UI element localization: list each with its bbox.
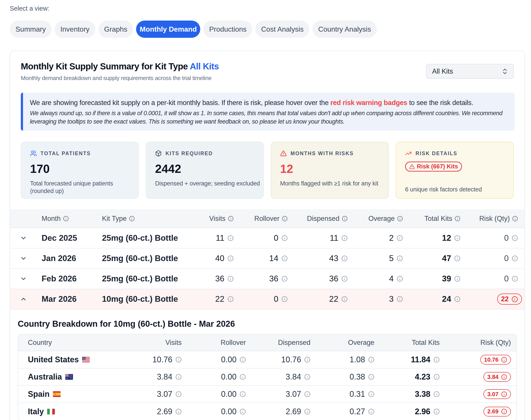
- info-icon[interactable]: [227, 296, 234, 302]
- info-icon[interactable]: [512, 216, 518, 222]
- table-row-jan-2026[interactable]: Jan 2026 25mg (60-ct.) Bottle 40 14 43 5…: [10, 248, 525, 269]
- info-icon[interactable]: [129, 216, 135, 222]
- risk-qty-badge[interactable]: 3.84: [484, 372, 511, 382]
- cell-risk-qty: 10.76: [440, 355, 517, 364]
- info-icon[interactable]: [512, 235, 518, 241]
- info-icon[interactable]: [512, 296, 518, 302]
- info-icon[interactable]: [63, 216, 69, 222]
- info-icon[interactable]: [368, 374, 374, 380]
- tab-productions[interactable]: Productions: [203, 21, 252, 38]
- info-icon[interactable]: [341, 296, 348, 302]
- info-icon[interactable]: [304, 357, 311, 363]
- info-icon[interactable]: [175, 374, 182, 380]
- info-icon[interactable]: [240, 391, 246, 397]
- country-row-italy[interactable]: Italy 2.69 0.00 2.69 0.27 2.96 2.69: [18, 403, 517, 420]
- info-icon[interactable]: [433, 357, 440, 363]
- risk-kits-badge[interactable]: Risk (667) Kits: [405, 162, 462, 172]
- chevron-down-icon[interactable]: [20, 255, 27, 262]
- table-row-dec-2025[interactable]: Dec 2025 25mg (60-ct.) Bottle 11 0 11 2 …: [10, 228, 525, 248]
- chevron-up-icon[interactable]: [20, 296, 27, 303]
- info-icon[interactable]: [454, 255, 460, 261]
- info-icon[interactable]: [304, 374, 311, 380]
- stat-desc: Total forecasted unique patients (rounde…: [30, 180, 135, 195]
- country-row-australia[interactable]: Australia 3.84 0.00 3.84 0.38 4.23 3.84: [18, 368, 517, 386]
- info-icon[interactable]: [281, 296, 288, 302]
- cell-dispensed: 3.84: [246, 372, 311, 382]
- cell-value: 3: [389, 294, 394, 304]
- table-row-mar-2026[interactable]: Mar 2026 10mg (60-ct.) Bottle 22 0 22 3 …: [10, 289, 525, 309]
- table-row-feb-2026[interactable]: Feb 2026 25mg (60-ct.) Bottle 36 36 36 4…: [10, 269, 525, 289]
- info-icon[interactable]: [397, 216, 403, 222]
- trending-up-icon: [405, 150, 412, 157]
- info-icon[interactable]: [397, 255, 403, 261]
- tab-graphs[interactable]: Graphs: [98, 21, 133, 38]
- info-icon[interactable]: [281, 235, 288, 241]
- info-icon[interactable]: [501, 408, 507, 415]
- risk-qty-badge[interactable]: 10.76: [480, 355, 511, 364]
- info-icon[interactable]: [501, 357, 507, 363]
- tab-inventory[interactable]: Inventory: [55, 21, 95, 38]
- info-icon[interactable]: [397, 276, 403, 282]
- info-icon[interactable]: [304, 408, 311, 415]
- info-icon[interactable]: [368, 357, 374, 363]
- chevron-down-icon[interactable]: [20, 235, 27, 242]
- stat-value: 2442: [155, 163, 260, 175]
- info-icon[interactable]: [397, 235, 403, 241]
- cell-overage: 2: [348, 233, 403, 243]
- info-icon[interactable]: [433, 374, 440, 380]
- info-icon[interactable]: [281, 255, 288, 261]
- info-icon[interactable]: [433, 391, 440, 397]
- info-icon[interactable]: [227, 255, 234, 261]
- info-icon[interactable]: [368, 408, 374, 415]
- country-name: Italy: [28, 407, 44, 416]
- info-icon[interactable]: [227, 235, 234, 241]
- risk-qty-badge[interactable]: 3.07: [484, 389, 511, 399]
- info-icon[interactable]: [455, 216, 460, 222]
- info-icon[interactable]: [240, 374, 246, 380]
- cell-value: 0: [504, 274, 509, 283]
- info-icon[interactable]: [368, 391, 374, 397]
- callout-line1-before: We are showing forecasted kit supply on …: [30, 99, 330, 106]
- chevron-down-icon[interactable]: [20, 275, 27, 282]
- country-row-united-states[interactable]: United States 10.76 0.00 10.76 1.08 11.8…: [18, 351, 517, 368]
- risk-qty-badge[interactable]: 22: [497, 294, 522, 305]
- tab-cost-analysis[interactable]: Cost Analysis: [255, 21, 309, 38]
- info-icon[interactable]: [454, 276, 460, 282]
- monthly-demand-table: Month Kit Type Visits Rollover Dispensed…: [10, 209, 525, 310]
- info-icon[interactable]: [342, 216, 348, 222]
- info-icon[interactable]: [304, 391, 311, 397]
- info-icon[interactable]: [282, 216, 288, 222]
- info-icon[interactable]: [341, 235, 348, 241]
- info-icon[interactable]: [228, 216, 234, 222]
- country-row-spain[interactable]: Spain 3.07 0.00 3.07 0.31 3.38 3.07: [18, 386, 517, 403]
- stat-desc: Months flagged with ≥1 risk for any kit: [280, 180, 385, 187]
- info-icon[interactable]: [341, 276, 348, 282]
- info-icon[interactable]: [240, 357, 246, 363]
- tab-country-analysis[interactable]: Country Analysis: [312, 21, 376, 38]
- info-icon[interactable]: [227, 276, 234, 282]
- info-icon[interactable]: [512, 255, 518, 261]
- info-icon[interactable]: [341, 255, 348, 261]
- info-icon[interactable]: [175, 357, 182, 363]
- info-icon[interactable]: [281, 276, 288, 282]
- info-icon[interactable]: [454, 235, 460, 241]
- info-icon[interactable]: [433, 408, 440, 415]
- info-icon[interactable]: [175, 391, 182, 397]
- info-icon[interactable]: [175, 408, 182, 415]
- tab-summary[interactable]: Summary: [10, 21, 52, 38]
- info-icon[interactable]: [397, 296, 403, 302]
- kit-type-select[interactable]: All Kits: [426, 64, 514, 79]
- info-icon[interactable]: [512, 276, 518, 282]
- risk-kits-badge-label: Risk (667) Kits: [417, 163, 458, 170]
- cell-total-kits: 39: [403, 274, 460, 283]
- risk-qty-badge[interactable]: 2.69: [484, 407, 511, 417]
- cell-value: 22: [329, 294, 338, 304]
- info-icon[interactable]: [501, 374, 507, 380]
- column-header-risk-qty: Risk (Qty): [460, 215, 525, 223]
- info-icon[interactable]: [240, 408, 246, 415]
- cell-visits: 3.84: [142, 372, 182, 382]
- tab-monthly-demand[interactable]: Monthly Demand: [136, 21, 200, 38]
- column-header-month: Month: [42, 215, 102, 223]
- info-icon[interactable]: [454, 296, 460, 302]
- info-icon[interactable]: [501, 391, 507, 397]
